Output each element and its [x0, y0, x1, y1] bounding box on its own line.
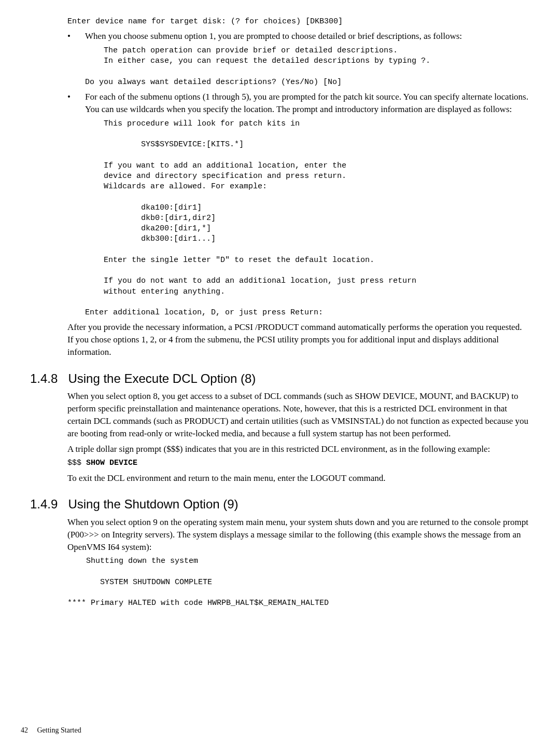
sec148-code-example: $$$ SHOW DEVICE — [67, 458, 529, 468]
sec148-para2: A triple dollar sign prompt ($$$) indica… — [67, 443, 529, 455]
sec148-para3: To exit the DCL environment and return t… — [67, 472, 529, 485]
after-bullets-paragraph: After you provide the necessary informat… — [67, 321, 529, 358]
section-title-149: Using the Shutdown Option (9) — [68, 497, 238, 511]
bullet-item-1: • When you choose submenu option 1, you … — [67, 30, 529, 88]
bullet-1-text: When you choose submenu option 1, you ar… — [85, 30, 529, 43]
bullet-item-2: • For each of the submenu options (1 thr… — [67, 91, 529, 318]
sec148-para1: When you select option 8, you get access… — [67, 390, 529, 439]
footer-page-number: 42 — [21, 726, 28, 734]
code-target-disk-prompt: Enter device name for target disk: (? fo… — [67, 17, 529, 27]
section-heading-148: 1.4.8 Using the Execute DCL Option (8) — [30, 370, 529, 388]
code-patch-kit-locations: This procedure will look for patch kits … — [85, 119, 529, 319]
page-footer: 42 Getting Started — [21, 725, 81, 736]
section-number-149: 1.4.9 — [30, 497, 58, 511]
sec149-para1: When you select option 9 on the operatin… — [67, 516, 529, 553]
code-detailed-descriptions: The patch operation can provide brief or… — [85, 46, 529, 88]
page-container: Enter device name for target disk: (? fo… — [0, 0, 560, 746]
bullet-marker: • — [67, 91, 85, 318]
bullet-2-text: For each of the submenu options (1 throu… — [85, 91, 529, 116]
footer-chapter-title: Getting Started — [37, 726, 81, 734]
section-heading-149: 1.4.9 Using the Shutdown Option (9) — [30, 495, 529, 513]
sec149-code-shutdown: Shutting down the system SYSTEM SHUTDOWN… — [67, 556, 529, 609]
section-number-148: 1.4.8 — [30, 371, 58, 385]
sec148-code-command: SHOW DEVICE — [86, 459, 137, 467]
bullet-marker: • — [67, 30, 85, 88]
section-title-148: Using the Execute DCL Option (8) — [68, 371, 256, 385]
sec148-code-prefix: $$$ — [67, 459, 86, 467]
